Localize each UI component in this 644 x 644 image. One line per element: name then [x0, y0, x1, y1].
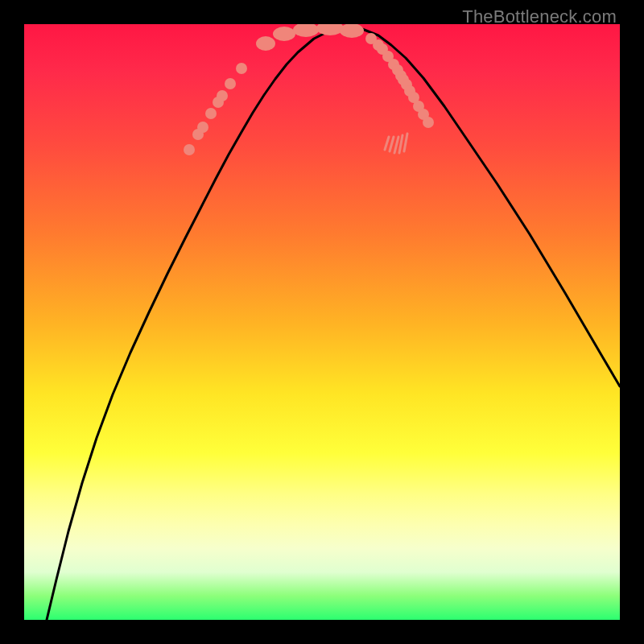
- left-cluster-dots-dot: [217, 90, 228, 101]
- chart-svg: [24, 24, 620, 620]
- right-cluster-dots-dot: [423, 117, 434, 128]
- left-cluster-dots-dot: [236, 63, 247, 74]
- chart-frame: [24, 24, 620, 620]
- watermark-label: TheBottleneck.com: [462, 6, 617, 27]
- left-cluster-ovals-oval: [293, 24, 319, 37]
- right-tuft-lines-line: [399, 135, 402, 153]
- left-cluster-ovals-oval: [273, 27, 295, 41]
- left-cluster-dots-dot: [197, 122, 208, 133]
- left-cluster-dots-dot: [184, 144, 195, 155]
- left-cluster-dots-dot: [205, 108, 217, 119]
- right-tuft-lines-line: [390, 137, 394, 151]
- left-cluster-dots-dot: [225, 78, 236, 89]
- left-cluster-ovals-oval: [256, 36, 275, 51]
- left-cluster-ovals-oval: [340, 24, 364, 38]
- left-cluster-ovals-oval: [316, 24, 344, 35]
- right-tuft-lines-line: [394, 137, 398, 153]
- bottleneck-curve: [47, 27, 620, 620]
- right-tuft-lines-line: [385, 137, 389, 150]
- right-tuft-lines-line: [404, 134, 407, 151]
